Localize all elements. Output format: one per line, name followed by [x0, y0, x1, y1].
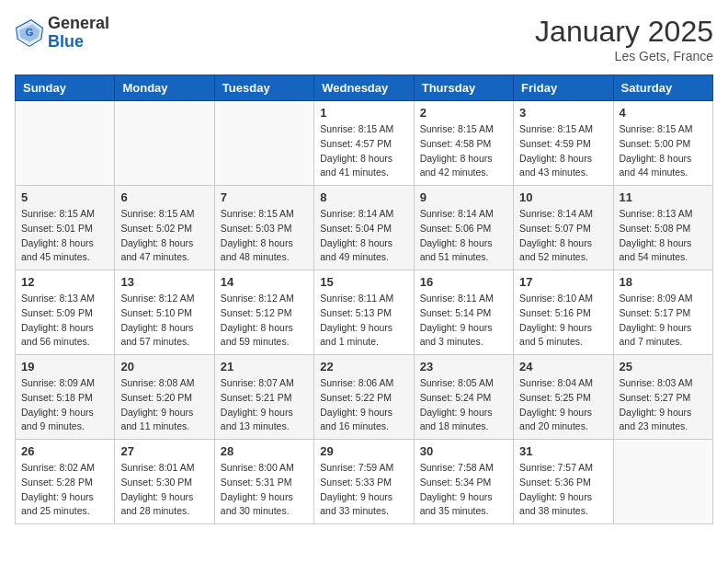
calendar-cell: 3Sunrise: 8:15 AM Sunset: 4:59 PM Daylig…: [514, 101, 613, 186]
day-number: 29: [320, 444, 407, 458]
day-number: 10: [519, 190, 607, 204]
day-info: Sunrise: 8:05 AM Sunset: 5:24 PM Dayligh…: [420, 376, 507, 434]
day-number: 16: [420, 275, 507, 289]
calendar-cell: 22Sunrise: 8:06 AM Sunset: 5:22 PM Dayli…: [314, 355, 414, 440]
day-info: Sunrise: 8:13 AM Sunset: 5:09 PM Dayligh…: [21, 292, 108, 350]
col-header-thursday: Thursday: [414, 75, 513, 101]
day-number: 15: [320, 275, 407, 289]
day-number: 14: [221, 275, 308, 289]
calendar-cell: 31Sunrise: 7:57 AM Sunset: 5:36 PM Dayli…: [514, 440, 613, 524]
day-info: Sunrise: 8:09 AM Sunset: 5:17 PM Dayligh…: [620, 292, 707, 350]
calendar-cell: 14Sunrise: 8:12 AM Sunset: 5:12 PM Dayli…: [214, 270, 313, 355]
day-number: 31: [519, 444, 607, 458]
location: Les Gets, France: [535, 49, 713, 63]
day-number: 21: [221, 360, 308, 373]
calendar-cell: 28Sunrise: 8:00 AM Sunset: 5:31 PM Dayli…: [214, 440, 313, 524]
day-number: 2: [420, 106, 507, 120]
day-info: Sunrise: 8:00 AM Sunset: 5:31 PM Dayligh…: [221, 461, 308, 519]
col-header-monday: Monday: [115, 75, 214, 101]
calendar-cell: 20Sunrise: 8:08 AM Sunset: 5:20 PM Dayli…: [115, 355, 214, 440]
logo-text: General Blue: [48, 15, 109, 52]
day-info: Sunrise: 8:15 AM Sunset: 5:03 PM Dayligh…: [221, 207, 308, 265]
day-number: 13: [120, 275, 208, 289]
day-number: 9: [420, 190, 507, 204]
day-info: Sunrise: 8:15 AM Sunset: 5:00 PM Dayligh…: [620, 122, 707, 180]
col-header-saturday: Saturday: [613, 75, 712, 101]
day-info: Sunrise: 8:01 AM Sunset: 5:30 PM Dayligh…: [120, 461, 208, 519]
calendar-cell: [613, 440, 712, 524]
day-number: 12: [21, 275, 108, 289]
day-info: Sunrise: 8:11 AM Sunset: 5:13 PM Dayligh…: [320, 292, 407, 350]
calendar-cell: 8Sunrise: 8:14 AM Sunset: 5:04 PM Daylig…: [314, 186, 414, 270]
col-header-tuesday: Tuesday: [214, 75, 313, 101]
calendar-cell: 15Sunrise: 8:11 AM Sunset: 5:13 PM Dayli…: [314, 270, 414, 355]
day-number: 1: [320, 106, 407, 120]
day-info: Sunrise: 8:15 AM Sunset: 4:59 PM Dayligh…: [519, 122, 607, 180]
calendar-cell: 12Sunrise: 8:13 AM Sunset: 5:09 PM Dayli…: [16, 270, 115, 355]
day-info: Sunrise: 8:06 AM Sunset: 5:22 PM Dayligh…: [320, 376, 407, 434]
page-header: G General Blue January 2025 Les Gets, Fr…: [15, 15, 713, 63]
day-info: Sunrise: 8:07 AM Sunset: 5:21 PM Dayligh…: [221, 376, 308, 434]
calendar-cell: 19Sunrise: 8:09 AM Sunset: 5:18 PM Dayli…: [16, 355, 115, 440]
day-info: Sunrise: 8:14 AM Sunset: 5:06 PM Dayligh…: [420, 207, 507, 265]
day-info: Sunrise: 8:13 AM Sunset: 5:08 PM Dayligh…: [620, 207, 707, 265]
calendar-cell: 17Sunrise: 8:10 AM Sunset: 5:16 PM Dayli…: [514, 270, 613, 355]
day-number: 4: [620, 106, 707, 120]
day-number: 18: [620, 275, 707, 289]
calendar-week-row: 5Sunrise: 8:15 AM Sunset: 5:01 PM Daylig…: [16, 186, 713, 270]
calendar-cell: 1Sunrise: 8:15 AM Sunset: 4:57 PM Daylig…: [314, 101, 414, 186]
calendar-cell: 18Sunrise: 8:09 AM Sunset: 5:17 PM Dayli…: [613, 270, 712, 355]
day-info: Sunrise: 8:09 AM Sunset: 5:18 PM Dayligh…: [21, 376, 108, 434]
calendar-cell: 9Sunrise: 8:14 AM Sunset: 5:06 PM Daylig…: [414, 186, 513, 270]
day-info: Sunrise: 8:14 AM Sunset: 5:07 PM Dayligh…: [519, 207, 607, 265]
title-block: January 2025 Les Gets, France: [535, 15, 713, 63]
day-number: 25: [620, 360, 707, 373]
calendar-cell: [115, 101, 214, 186]
day-number: 28: [221, 444, 308, 458]
day-number: 27: [120, 444, 208, 458]
day-info: Sunrise: 8:10 AM Sunset: 5:16 PM Dayligh…: [519, 292, 607, 350]
day-info: Sunrise: 7:58 AM Sunset: 5:34 PM Dayligh…: [420, 461, 507, 519]
day-info: Sunrise: 7:59 AM Sunset: 5:33 PM Dayligh…: [320, 461, 407, 519]
day-number: 30: [420, 444, 507, 458]
calendar-table: SundayMondayTuesdayWednesdayThursdayFrid…: [15, 75, 713, 524]
day-info: Sunrise: 8:03 AM Sunset: 5:27 PM Dayligh…: [620, 376, 707, 434]
calendar-cell: 13Sunrise: 8:12 AM Sunset: 5:10 PM Dayli…: [115, 270, 214, 355]
day-info: Sunrise: 8:14 AM Sunset: 5:04 PM Dayligh…: [320, 207, 407, 265]
day-number: 24: [519, 360, 607, 373]
col-header-wednesday: Wednesday: [314, 75, 414, 101]
calendar-header-row: SundayMondayTuesdayWednesdayThursdayFrid…: [16, 75, 713, 101]
day-number: 20: [120, 360, 208, 373]
calendar-week-row: 26Sunrise: 8:02 AM Sunset: 5:28 PM Dayli…: [16, 440, 713, 524]
col-header-sunday: Sunday: [16, 75, 115, 101]
calendar-cell: 6Sunrise: 8:15 AM Sunset: 5:02 PM Daylig…: [115, 186, 214, 270]
day-number: 17: [519, 275, 607, 289]
day-info: Sunrise: 8:08 AM Sunset: 5:20 PM Dayligh…: [120, 376, 208, 434]
calendar-cell: 16Sunrise: 8:11 AM Sunset: 5:14 PM Dayli…: [414, 270, 513, 355]
day-number: 26: [21, 444, 108, 458]
day-number: 19: [21, 360, 108, 373]
calendar-cell: 26Sunrise: 8:02 AM Sunset: 5:28 PM Dayli…: [16, 440, 115, 524]
calendar-cell: [16, 101, 115, 186]
day-info: Sunrise: 8:02 AM Sunset: 5:28 PM Dayligh…: [21, 461, 108, 519]
calendar-week-row: 19Sunrise: 8:09 AM Sunset: 5:18 PM Dayli…: [16, 355, 713, 440]
day-number: 5: [21, 190, 108, 204]
calendar-cell: 25Sunrise: 8:03 AM Sunset: 5:27 PM Dayli…: [613, 355, 712, 440]
calendar-cell: 10Sunrise: 8:14 AM Sunset: 5:07 PM Dayli…: [514, 186, 613, 270]
calendar-cell: 29Sunrise: 7:59 AM Sunset: 5:33 PM Dayli…: [314, 440, 414, 524]
logo: G General Blue: [15, 15, 109, 52]
calendar-cell: 2Sunrise: 8:15 AM Sunset: 4:58 PM Daylig…: [414, 101, 513, 186]
day-info: Sunrise: 8:15 AM Sunset: 5:01 PM Dayligh…: [21, 207, 108, 265]
day-number: 23: [420, 360, 507, 373]
calendar-cell: 27Sunrise: 8:01 AM Sunset: 5:30 PM Dayli…: [115, 440, 214, 524]
day-number: 3: [519, 106, 607, 120]
calendar-cell: 5Sunrise: 8:15 AM Sunset: 5:01 PM Daylig…: [16, 186, 115, 270]
calendar-week-row: 12Sunrise: 8:13 AM Sunset: 5:09 PM Dayli…: [16, 270, 713, 355]
calendar-cell: [214, 101, 313, 186]
month-title: January 2025: [535, 15, 713, 49]
calendar-cell: 23Sunrise: 8:05 AM Sunset: 5:24 PM Dayli…: [414, 355, 513, 440]
calendar-cell: 11Sunrise: 8:13 AM Sunset: 5:08 PM Dayli…: [613, 186, 712, 270]
day-info: Sunrise: 8:12 AM Sunset: 5:12 PM Dayligh…: [221, 292, 308, 350]
day-number: 7: [221, 190, 308, 204]
day-info: Sunrise: 7:57 AM Sunset: 5:36 PM Dayligh…: [519, 461, 607, 519]
